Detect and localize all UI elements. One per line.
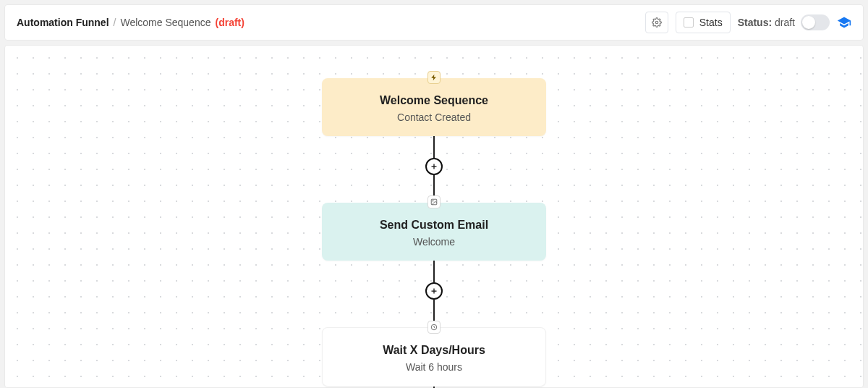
image-icon bbox=[427, 195, 441, 208]
node-subtitle: Contact Created bbox=[333, 111, 535, 123]
gear-icon bbox=[652, 17, 662, 28]
status-prefix: Status: bbox=[738, 17, 775, 28]
stats-checkbox bbox=[684, 17, 694, 28]
breadcrumb-separator: / bbox=[114, 17, 116, 28]
status-toggle[interactable] bbox=[801, 14, 830, 30]
action-node-wait[interactable]: Wait X Days/Hours Wait 6 hours bbox=[322, 327, 546, 387]
node-subtitle: Welcome bbox=[333, 236, 535, 248]
stats-toggle-button[interactable]: Stats bbox=[676, 12, 731, 33]
add-step-button[interactable] bbox=[425, 282, 443, 300]
node-subtitle: Wait 6 hours bbox=[334, 361, 534, 373]
top-bar: Automation Funnel / Welcome Sequence (dr… bbox=[4, 4, 864, 41]
breadcrumb-root[interactable]: Automation Funnel bbox=[17, 17, 109, 28]
graduation-cap-icon bbox=[837, 15, 851, 30]
node-title: Welcome Sequence bbox=[333, 94, 535, 107]
automation-canvas[interactable]: Welcome Sequence Contact Created Send Cu… bbox=[4, 45, 864, 388]
breadcrumb-funnel-name: Welcome Sequence bbox=[120, 17, 210, 28]
add-step-button[interactable] bbox=[425, 158, 443, 175]
breadcrumb-draft-badge: (draft) bbox=[215, 17, 244, 28]
flow-column: Welcome Sequence Contact Created Send Cu… bbox=[322, 78, 546, 388]
trigger-node[interactable]: Welcome Sequence Contact Created bbox=[322, 78, 546, 136]
help-button[interactable] bbox=[837, 15, 851, 30]
breadcrumb: Automation Funnel / Welcome Sequence (dr… bbox=[17, 17, 244, 28]
connector-line bbox=[433, 261, 435, 282]
action-node-email[interactable]: Send Custom Email Welcome bbox=[322, 203, 546, 261]
svg-point-2 bbox=[433, 201, 433, 201]
stats-label: Stats bbox=[699, 17, 723, 28]
status-indicator: Status: draft bbox=[738, 14, 830, 30]
bolt-icon bbox=[427, 71, 441, 84]
node-title: Send Custom Email bbox=[333, 219, 535, 232]
status-value: draft bbox=[775, 17, 795, 28]
svg-point-0 bbox=[655, 21, 658, 24]
node-title: Wait X Days/Hours bbox=[334, 344, 534, 357]
connector-line bbox=[433, 136, 435, 158]
clock-icon bbox=[427, 321, 441, 334]
settings-button[interactable] bbox=[645, 12, 668, 33]
toolbar-right: Stats Status: draft bbox=[645, 12, 851, 33]
